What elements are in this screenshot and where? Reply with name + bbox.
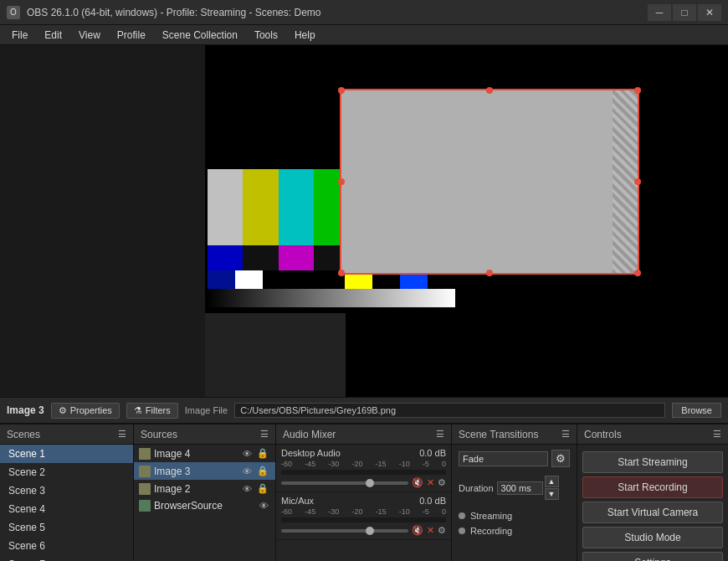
start-recording-button[interactable]: Start Recording <box>582 476 723 498</box>
transition-type-select[interactable]: Fade Cut Swipe Slide <box>459 451 548 466</box>
bar-cyan <box>279 169 314 245</box>
source-lock-image4[interactable]: 🔒 <box>255 447 270 460</box>
source-lock-image2[interactable]: 🔒 <box>255 482 270 495</box>
duration-down-button[interactable]: ▼ <box>545 488 559 500</box>
minimize-button[interactable]: ─ <box>648 4 671 21</box>
handle-tc[interactable] <box>486 87 493 94</box>
audio-mixer-panel: Audio Mixer ☰ Desktop Audio 0.0 dB -60-4… <box>276 425 452 561</box>
bar-b2 <box>243 245 278 270</box>
handle-br[interactable] <box>634 270 641 276</box>
source-name-image3: Image 3 <box>154 466 190 477</box>
transitions-header: Scene Transitions ☰ <box>452 425 577 445</box>
preview-area <box>0 45 728 397</box>
sources-menu-icon[interactable]: ☰ <box>260 429 269 440</box>
studio-mode-button[interactable]: Studio Mode <box>582 527 723 548</box>
duration-up-button[interactable]: ▲ <box>545 476 559 487</box>
source-row-image2[interactable]: Image 2 👁 🔒 <box>134 480 275 497</box>
title-bar: O OBS 26.1.0 (64-bit, windows) - Profile… <box>0 0 728 25</box>
preview-bottom-grey <box>205 313 346 397</box>
transition-type-row: Fade Cut Swipe Slide ⚙ <box>452 445 577 472</box>
title-bar-text: OBS 26.1.0 (64-bit, windows) - Profile: … <box>27 7 320 18</box>
scene-item-7[interactable]: Scene 7 <box>0 555 133 561</box>
audio-mixer-title: Audio Mixer <box>283 429 336 440</box>
bar-yellow <box>243 169 278 245</box>
audio-mixer-menu-icon[interactable]: ☰ <box>436 429 444 440</box>
scene-item-6[interactable]: Scene 6 <box>0 537 133 555</box>
mic-audio-slider[interactable] <box>281 529 408 533</box>
close-button[interactable]: ✕ <box>698 4 721 21</box>
preview-left-dark <box>0 45 205 397</box>
scenes-panel: Scenes ☰ Scene 1 Scene 2 Scene 3 Scene 4… <box>0 425 134 561</box>
preview-canvas <box>0 45 728 397</box>
sources-panel-header: Sources ☰ <box>134 425 275 445</box>
handle-mr[interactable] <box>634 178 641 185</box>
transition-settings-button[interactable]: ⚙ <box>551 450 570 467</box>
menu-edit[interactable]: Edit <box>36 28 70 43</box>
desktop-audio-mute[interactable]: 🔇 <box>412 477 423 488</box>
source-visibility-image2[interactable]: 👁 <box>241 482 254 495</box>
source-row-image3[interactable]: Image 3 👁 🔒 <box>134 462 275 480</box>
source-row-browser[interactable]: BrowserSource 👁 <box>134 497 275 514</box>
browse-button[interactable]: Browse <box>672 403 721 418</box>
menu-scene-collection[interactable]: Scene Collection <box>154 28 246 43</box>
menu-tools[interactable]: Tools <box>246 28 286 43</box>
handle-tl[interactable] <box>338 87 345 94</box>
source-lock-image3[interactable]: 🔒 <box>255 465 270 477</box>
maximize-button[interactable]: □ <box>673 4 696 21</box>
scenes-menu-icon[interactable]: ☰ <box>118 429 126 440</box>
desktop-audio-label: Desktop Audio <box>281 448 341 458</box>
filters-button[interactable]: ⚗ Filters <box>126 403 178 419</box>
desktop-audio-settings[interactable]: ⚙ <box>438 477 446 488</box>
scenes-panel-title: Scenes <box>7 429 40 440</box>
handle-ml[interactable] <box>338 178 345 185</box>
handle-tr[interactable] <box>634 87 641 94</box>
desktop-audio-controls: 🔇 ✕ ⚙ <box>281 477 446 488</box>
scene-item-4[interactable]: Scene 4 <box>0 500 133 518</box>
desktop-audio-vol-x[interactable]: ✕ <box>427 477 434 488</box>
source-name-browser: BrowserSource <box>154 500 223 512</box>
mic-audio-mute[interactable]: 🔇 <box>412 525 423 536</box>
source-name-image4: Image 4 <box>154 448 190 460</box>
filter-icon: ⚗ <box>134 405 142 416</box>
app-icon: O <box>7 6 20 19</box>
selected-source-name: Image 3 <box>7 404 44 416</box>
menu-file[interactable]: File <box>3 28 36 43</box>
mic-audio-thumb <box>366 527 374 535</box>
scenes-panel-header: Scenes ☰ <box>0 425 133 445</box>
scene-item-5[interactable]: Scene 5 <box>0 518 133 537</box>
controls-body: Start Streaming Start Recording Start Vi… <box>577 445 728 561</box>
scene-item-1[interactable]: Scene 1 <box>0 445 133 463</box>
settings-button[interactable]: Settings <box>582 552 723 561</box>
streaming-label: Streaming <box>470 511 512 521</box>
source-row-image4[interactable]: Image 4 👁 🔒 <box>134 445 275 462</box>
source-visibility-browser[interactable]: 👁 <box>258 500 270 512</box>
handle-bl[interactable] <box>338 270 345 276</box>
mic-audio-vol-x[interactable]: ✕ <box>427 525 434 536</box>
scenes-list: Scene 1 Scene 2 Scene 3 Scene 4 Scene 5 … <box>0 445 133 561</box>
scene-item-3[interactable]: Scene 3 <box>0 481 133 500</box>
start-streaming-button[interactable]: Start Streaming <box>582 451 723 473</box>
duration-value[interactable] <box>497 481 543 495</box>
menu-profile[interactable]: Profile <box>109 28 154 43</box>
source-visibility-image4[interactable]: 👁 <box>241 447 254 460</box>
desktop-audio-slider[interactable] <box>281 481 408 485</box>
duration-label: Duration <box>459 483 494 493</box>
panels-row: Scenes ☰ Scene 1 Scene 2 Scene 3 Scene 4… <box>0 424 728 561</box>
menu-help[interactable]: Help <box>286 28 324 43</box>
menu-view[interactable]: View <box>70 28 109 43</box>
sources-panel-title: Sources <box>141 429 177 440</box>
start-virtual-camera-button[interactable]: Start Virtual Camera <box>582 502 723 523</box>
properties-button[interactable]: ⚙ Properties <box>51 403 120 419</box>
source-name-image2: Image 2 <box>154 483 190 495</box>
bar-b1 <box>208 245 243 270</box>
scene-item-2[interactable]: Scene 2 <box>0 463 133 481</box>
audio-channel-mic: Mic/Aux 0.0 dB -60-45-30-20-15-10-50 🔇 ✕… <box>276 492 451 540</box>
handle-bc[interactable] <box>486 270 493 276</box>
controls-menu-icon[interactable]: ☰ <box>713 429 721 440</box>
menu-bar: File Edit View Profile Scene Collection … <box>0 25 728 45</box>
transition-duration-row: Duration ▲ ▼ <box>452 472 577 503</box>
desktop-audio-thumb <box>366 479 374 487</box>
mic-audio-settings[interactable]: ⚙ <box>438 525 446 536</box>
transitions-menu-icon[interactable]: ☰ <box>561 429 570 440</box>
source-visibility-image3[interactable]: 👁 <box>241 465 254 477</box>
